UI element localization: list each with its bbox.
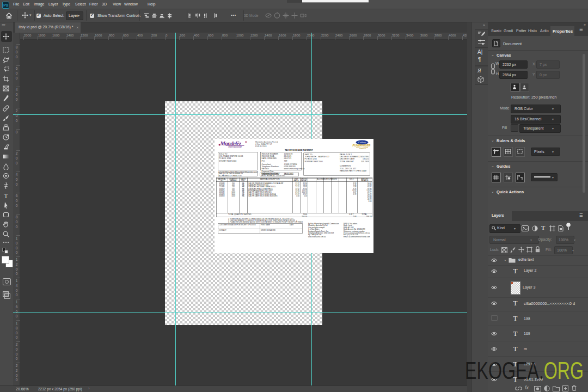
svg-text:fundraising: fundraising (359, 148, 366, 149)
svg-text:FUNDRAISER: FUNDRAISER (353, 144, 371, 147)
svg-text:T: T (4, 192, 8, 199)
